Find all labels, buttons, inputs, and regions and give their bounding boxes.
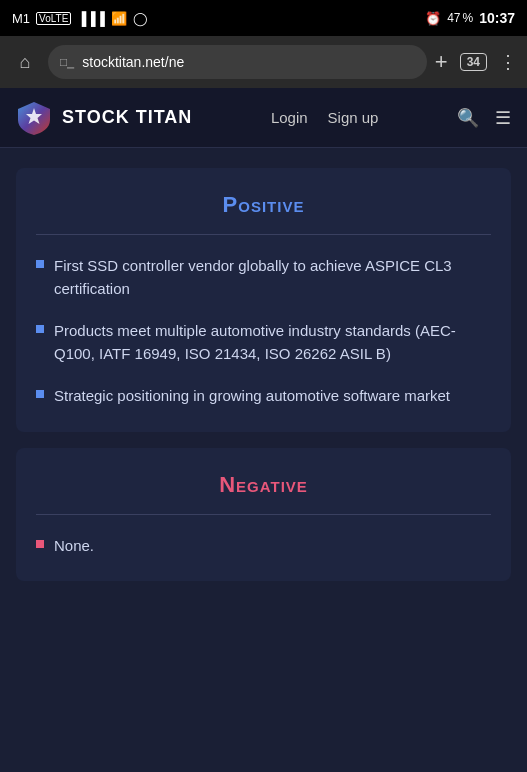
- logo-text: STOCK TITAN: [62, 107, 192, 128]
- bullet-text: First SSD controller vendor globally to …: [54, 255, 491, 300]
- menu-icon[interactable]: ☰: [495, 107, 511, 129]
- positive-card: Positive First SSD controller vendor glo…: [16, 168, 511, 432]
- nav-icons: 🔍 ☰: [457, 107, 511, 129]
- list-item: Products meet multiple automotive indust…: [36, 320, 491, 365]
- carrier-label: M1: [12, 11, 30, 26]
- browser-menu-button[interactable]: ⋮: [499, 51, 517, 73]
- bullet-text: Strategic positioning in growing automot…: [54, 385, 450, 408]
- negative-card: Negative None.: [16, 448, 511, 582]
- positive-bullet-list: First SSD controller vendor globally to …: [36, 255, 491, 408]
- status-bar: M1 VoLTE ▐▐▐ 📶 ◯ ⏰ 47% 10:37: [0, 0, 527, 36]
- new-tab-button[interactable]: +: [435, 49, 448, 75]
- nav-links: Login Sign up: [271, 109, 379, 126]
- site-header: STOCK TITAN Login Sign up 🔍 ☰: [0, 88, 527, 148]
- status-left: M1 VoLTE ▐▐▐ 📶 ◯: [12, 11, 148, 26]
- bullet-icon: [36, 260, 44, 268]
- login-link[interactable]: Login: [271, 109, 308, 126]
- signal-icon: ▐▐▐: [77, 11, 105, 26]
- volte-badge: VoLTE: [36, 12, 71, 25]
- negative-bullet-list: None.: [36, 535, 491, 558]
- instagram-icon: ◯: [133, 11, 148, 26]
- wifi-icon: 📶: [111, 11, 127, 26]
- main-content: Positive First SSD controller vendor glo…: [0, 148, 527, 617]
- positive-divider: [36, 234, 491, 235]
- negative-card-title: Negative: [36, 472, 491, 498]
- list-item: First SSD controller vendor globally to …: [36, 255, 491, 300]
- battery-percent: 47: [447, 11, 460, 25]
- bullet-text: None.: [54, 535, 94, 558]
- bullet-text: Products meet multiple automotive indust…: [54, 320, 491, 365]
- status-time: 10:37: [479, 10, 515, 26]
- home-button[interactable]: ⌂: [10, 52, 40, 73]
- bullet-icon: [36, 540, 44, 548]
- list-item: Strategic positioning in growing automot…: [36, 385, 491, 408]
- url-text: stocktitan.net/ne: [82, 54, 184, 70]
- url-security-icon: □⎯: [60, 55, 74, 69]
- search-icon[interactable]: 🔍: [457, 107, 479, 129]
- alarm-icon: ⏰: [425, 11, 441, 26]
- tab-count[interactable]: 34: [460, 53, 487, 71]
- logo-area: STOCK TITAN: [16, 100, 192, 136]
- battery-icon: 47%: [447, 11, 473, 25]
- bullet-icon: [36, 325, 44, 333]
- list-item: None.: [36, 535, 491, 558]
- bullet-icon: [36, 390, 44, 398]
- url-bar[interactable]: □⎯ stocktitan.net/ne: [48, 45, 427, 79]
- logo-icon: [16, 100, 52, 136]
- positive-card-title: Positive: [36, 192, 491, 218]
- negative-divider: [36, 514, 491, 515]
- browser-actions: + 34 ⋮: [435, 49, 517, 75]
- browser-bar: ⌂ □⎯ stocktitan.net/ne + 34 ⋮: [0, 36, 527, 88]
- signup-link[interactable]: Sign up: [328, 109, 379, 126]
- status-right: ⏰ 47% 10:37: [425, 10, 515, 26]
